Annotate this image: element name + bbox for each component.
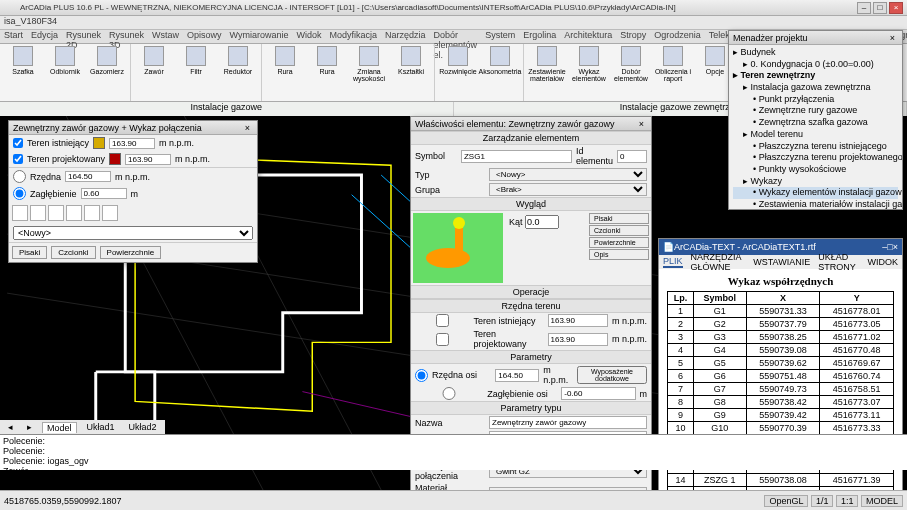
tree-node[interactable]: ▸ 0. Kondygnacja 0 (±0.00=0.00) (733, 59, 898, 71)
menu-narzędzia[interactable]: Narzędzia (385, 30, 426, 43)
menu-wymiarowanie[interactable]: Wymiarowanie (230, 30, 289, 43)
tool-icon[interactable] (12, 205, 28, 221)
layer-chk[interactable] (13, 138, 23, 148)
ribbon-obliczenia-i-raport[interactable]: Obliczenia i raport (654, 46, 692, 82)
tool-icon[interactable] (66, 205, 82, 221)
ribbon-aksonometria[interactable]: Aksonometria (481, 46, 519, 75)
minimize-button[interactable]: – (857, 2, 871, 14)
model-tab-model[interactable]: Model (42, 422, 77, 433)
tree-node[interactable]: • Płaszczyzna terenu projektowanego (733, 152, 898, 164)
tool-icon[interactable] (48, 205, 64, 221)
powierzchnie-button[interactable]: Powierzchnie (100, 246, 162, 259)
tree-node[interactable]: ▸ Instalacja gazowa zewnętrzna (733, 82, 898, 94)
layer-color[interactable] (109, 153, 121, 165)
layer-val[interactable] (109, 138, 155, 149)
menu-rysunek 2d[interactable]: Rysunek 2D (66, 30, 101, 43)
ribbon-zestawienie-materiałów[interactable]: Zestawienie materiałów (528, 46, 566, 82)
symbol-input[interactable] (461, 150, 572, 163)
textwin-tab-plik[interactable]: PLIK (663, 256, 683, 268)
menu-opisowy[interactable]: Opisowy (187, 30, 222, 43)
menu-ergolina[interactable]: Ergolina (523, 30, 556, 43)
ribbon-wykaz-elementów[interactable]: Wykaz elementów (570, 46, 608, 82)
status-opengl[interactable]: OpenGL (764, 495, 808, 507)
id-input[interactable] (617, 150, 647, 163)
style-select[interactable]: <Nowy> (13, 226, 253, 240)
ribbon-rura[interactable]: Rura (266, 46, 304, 82)
tree-node[interactable]: • Płaszczyzna terenu istniejącego (733, 141, 898, 153)
menu-dobór elementów el.[interactable]: Dobór elementów el. (434, 30, 478, 43)
command-line[interactable]: Polecenie:Polecenie:Polecenie: iogas_ogv… (0, 434, 907, 470)
side-powierzchnie-button[interactable]: Powierzchnie (589, 237, 649, 248)
layer-val[interactable] (125, 154, 171, 165)
layers-close-icon[interactable]: × (242, 123, 253, 133)
rz-input[interactable] (495, 369, 539, 382)
close-button[interactable]: × (889, 2, 903, 14)
maximize-button[interactable]: □ (873, 2, 887, 14)
opt-radio[interactable] (13, 187, 26, 200)
status-model[interactable]: MODEL (861, 495, 903, 507)
ribbon-zawór[interactable]: Zawór (135, 46, 173, 75)
tree-node[interactable]: ▸ Model terenu (733, 129, 898, 141)
ribbon-odbiornik[interactable]: Odbiornik (46, 46, 84, 75)
tree-node[interactable]: ▸ Elementy użytkownika (733, 222, 898, 234)
opt-val[interactable] (81, 188, 127, 199)
tree-close-icon[interactable]: × (887, 33, 898, 43)
textwin-close-icon[interactable]: × (893, 242, 898, 252)
menu-wstaw[interactable]: Wstaw (152, 30, 179, 43)
model-tab-układ1[interactable]: Układ1 (83, 422, 119, 432)
textwin-tab-wstawianie[interactable]: WSTAWIANIE (753, 257, 810, 267)
ribbon-gazomierz[interactable]: Gazomierz (88, 46, 126, 75)
tool-icon[interactable] (30, 205, 46, 221)
tab-nav-icon[interactable]: ◂ (4, 422, 17, 432)
side-opis-button[interactable]: Opis (589, 249, 649, 260)
tp-input[interactable] (548, 333, 609, 346)
opt-val[interactable] (65, 171, 111, 182)
opt-radio[interactable] (13, 170, 26, 183)
textwin-tab-narzędzia główne[interactable]: NARZĘDZIA GŁÓWNE (691, 252, 746, 272)
typ-select[interactable]: <Nowy> (489, 168, 647, 181)
side-pisaki-button[interactable]: Pisaki (589, 213, 649, 224)
tool-icon[interactable] (102, 205, 118, 221)
layer-chk[interactable] (13, 154, 23, 164)
ribbon-kształtki[interactable]: Kształtki (392, 46, 430, 82)
ribbon-dobór-elementów[interactable]: Dobór elementów (612, 46, 650, 82)
ribbon-filtr[interactable]: Filtr (177, 46, 215, 75)
textwin-tab-układ strony[interactable]: UKŁAD STRONY (818, 252, 859, 272)
menu-widok[interactable]: Widok (297, 30, 322, 43)
doc-tab[interactable]: isa_V180F34 (4, 16, 57, 29)
menu-stropy[interactable]: Stropy (620, 30, 646, 43)
tree-node[interactable]: ▸ Budynek (733, 47, 898, 59)
ti-chk[interactable] (415, 314, 470, 327)
menu-edycja[interactable]: Edycja (31, 30, 58, 43)
textwin-tab-widok[interactable]: WIDOK (868, 257, 899, 267)
menu-architektura[interactable]: Architektura (564, 30, 612, 43)
tree-node[interactable]: • Punkt przyłączenia (733, 94, 898, 106)
ribbon-rura[interactable]: Rura (308, 46, 346, 82)
side-czcionki-button[interactable]: Czcionki (589, 225, 649, 236)
tree-node[interactable]: ▸ Punkty geodezyjne (733, 211, 898, 223)
tab-nav-icon[interactable]: ▸ (23, 422, 36, 432)
tree-node[interactable]: • Zestawienia materiałów instalacji ga (733, 199, 898, 211)
tree-node[interactable]: ▸ Wykazy (733, 176, 898, 188)
menu-ogrodzenia[interactable]: Ogrodzenia (654, 30, 701, 43)
menu-start[interactable]: Start (4, 30, 23, 43)
kat-input[interactable] (525, 215, 559, 229)
menu-rysunek 3d[interactable]: Rysunek 3D (109, 30, 144, 43)
zg-radio[interactable] (415, 387, 483, 400)
ribbon-zmiana-wysokości[interactable]: Zmiana wysokości (350, 46, 388, 82)
ribbon-rozwinięcie[interactable]: Rozwinięcie (439, 46, 477, 75)
ribbon-reduktor[interactable]: Reduktor (219, 46, 257, 75)
tree-node[interactable]: • Punkty wysokościowe (733, 164, 898, 176)
menu-modyfikacja[interactable]: Modyfikacja (330, 30, 378, 43)
nazwa-input[interactable] (489, 416, 647, 429)
grupa-select[interactable]: <Brak> (489, 183, 647, 196)
status-1/1[interactable]: 1/1 (811, 495, 834, 507)
menu-system[interactable]: System (485, 30, 515, 43)
status-1:1[interactable]: 1:1 (836, 495, 859, 507)
layer-color[interactable] (93, 137, 105, 149)
tree-node[interactable]: • Zewnętrzna szafka gazowa (733, 117, 898, 129)
czcionki-button[interactable]: Czcionki (51, 246, 95, 259)
pisaki-button[interactable]: Pisaki (12, 246, 47, 259)
rz-radio[interactable] (415, 369, 428, 382)
tree-node[interactable]: • Zewnętrzne rury gazowe (733, 105, 898, 117)
